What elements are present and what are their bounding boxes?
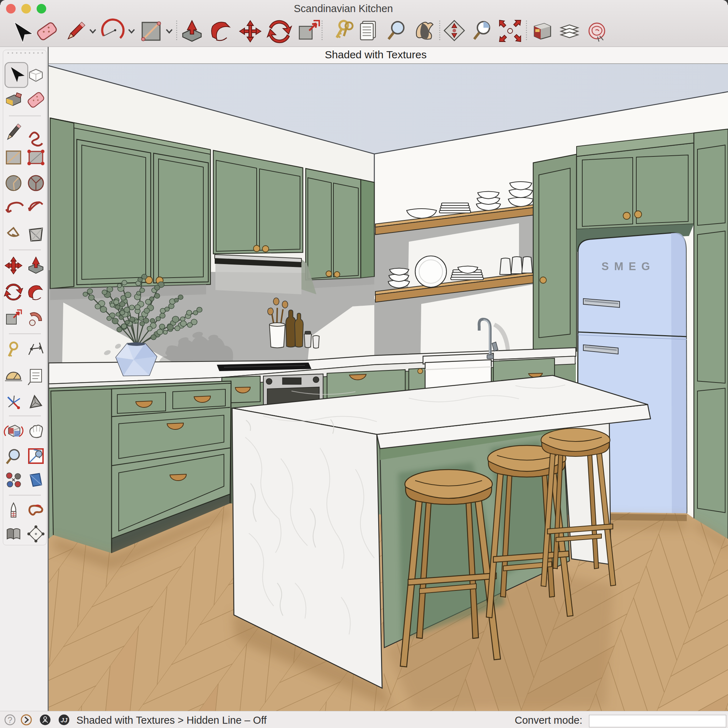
svg-text:SMEG: SMEG <box>601 260 655 273</box>
svg-text:?: ? <box>8 715 12 725</box>
svg-text:JJ: JJ <box>61 717 67 724</box>
